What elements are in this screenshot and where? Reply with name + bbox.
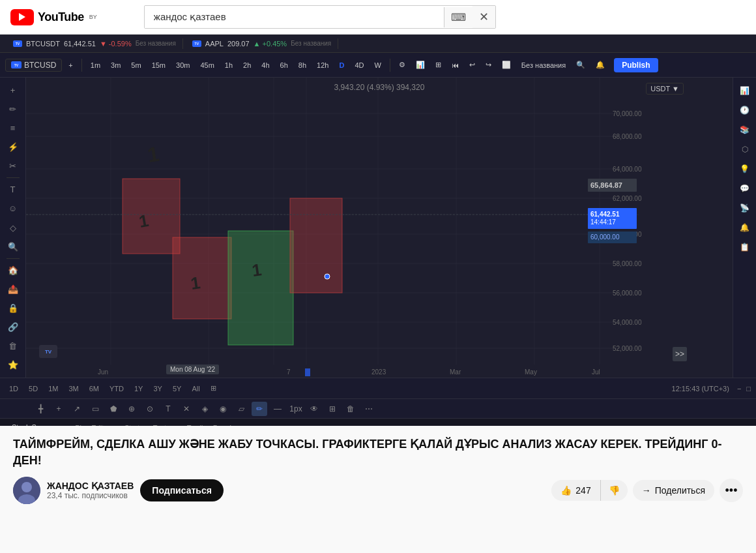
keyboard-button[interactable]: ⌨: [444, 7, 472, 27]
subscribe-button[interactable]: Подписаться: [140, 479, 224, 501]
draw-wave2[interactable]: ◉: [215, 402, 231, 416]
tf-5Y[interactable]: 5Y: [169, 383, 185, 394]
chart-type-button[interactable]: 📊: [736, 83, 754, 98]
draw-parallel[interactable]: ▱: [233, 402, 249, 416]
tf-3M[interactable]: 3M: [65, 383, 82, 394]
tf-3m[interactable]: 3m: [107, 59, 124, 71]
tv-tab-aapl[interactable]: AAPL 209.07 ▲ +0.45% Без названия: [186, 38, 338, 49]
trash-button[interactable]: 🗑: [4, 338, 22, 353]
draw-more[interactable]: ⋯: [361, 402, 377, 416]
draw-text[interactable]: T: [160, 402, 176, 416]
draw-fib[interactable]: ✕: [179, 402, 194, 416]
dislike-button[interactable]: 👎: [601, 480, 628, 501]
tf-All[interactable]: All: [188, 383, 203, 394]
layers-button[interactable]: 📚: [736, 122, 754, 138]
draw-px[interactable]: 1px: [288, 402, 304, 416]
draw-lock[interactable]: ⊞: [325, 402, 340, 416]
signal-button[interactable]: 📡: [736, 200, 754, 216]
channel-avatar[interactable]: [13, 477, 40, 504]
lightbulb-button[interactable]: 💡: [736, 161, 754, 177]
tf-2h[interactable]: 2h: [239, 59, 255, 71]
alerts-button[interactable]: 🔔: [592, 59, 609, 71]
draw-pen[interactable]: ✏: [252, 402, 267, 416]
draw-eye[interactable]: 👁: [306, 402, 322, 416]
time-button[interactable]: 🕐: [736, 102, 754, 118]
crosshair-button[interactable]: +: [4, 83, 22, 98]
shape-button[interactable]: ◇: [4, 220, 22, 235]
draw-circle2[interactable]: ⊙: [142, 402, 158, 416]
more-options-button[interactable]: •••: [720, 479, 743, 502]
draw-delete[interactable]: 🗑: [343, 402, 358, 416]
hexagon-button[interactable]: ⬡: [736, 142, 754, 157]
tf-1D[interactable]: 1D: [5, 383, 22, 394]
tf-D[interactable]: D: [335, 59, 348, 71]
like-button[interactable]: 👍 247: [551, 480, 600, 501]
tf-12h[interactable]: 12h: [313, 59, 332, 71]
calendar-button[interactable]: 📋: [736, 239, 754, 255]
settings-button[interactable]: ⚙: [395, 59, 409, 71]
chart-name-button[interactable]: Без названия: [517, 59, 570, 71]
indicators-button[interactable]: 📊: [412, 59, 429, 71]
lock-button[interactable]: 🔒: [4, 301, 22, 316]
tf-1Y[interactable]: 1Y: [130, 383, 147, 394]
drawing-mode-button[interactable]: ⊞: [207, 383, 220, 394]
draw-rect[interactable]: ▭: [87, 402, 103, 416]
symbol-badge[interactable]: TV BTCUSD: [5, 59, 62, 72]
share-button[interactable]: → Поделиться: [633, 480, 714, 501]
pencil-button[interactable]: ✏: [4, 102, 22, 117]
expand-button[interactable]: >>: [673, 347, 687, 361]
search-close-button[interactable]: ✕: [472, 6, 495, 28]
tab-stock-screener[interactable]: Stock Screener: [5, 421, 67, 426]
tab-strategy-tester[interactable]: Strategy Tester: [118, 421, 179, 426]
tf-5m[interactable]: 5m: [127, 59, 145, 71]
tf-1m[interactable]: 1m: [87, 59, 104, 71]
tf-6M[interactable]: 6M: [85, 383, 103, 394]
search-input[interactable]: [145, 7, 444, 28]
replay-button[interactable]: ⏮: [448, 59, 463, 71]
tf-3Y[interactable]: 3Y: [149, 383, 166, 394]
tf-4D[interactable]: 4D: [351, 59, 368, 71]
lines-button[interactable]: ≡: [4, 121, 22, 136]
scissors-button[interactable]: ✂: [4, 158, 22, 173]
link-button[interactable]: 🔗: [4, 320, 22, 335]
zoom-button[interactable]: 🔍: [572, 59, 589, 71]
tf-1M[interactable]: 1M: [44, 383, 62, 394]
undo-button[interactable]: ↩: [465, 59, 479, 71]
home-button[interactable]: 🏠: [4, 263, 22, 278]
emoji-button[interactable]: ☺: [4, 201, 22, 216]
channel-name[interactable]: ЖАНДОС ҚАЗТАЕВ: [47, 481, 134, 491]
draw-circle1[interactable]: ⊕: [124, 402, 139, 416]
draw-cursor[interactable]: +: [51, 402, 66, 416]
tf-30m[interactable]: 30m: [172, 59, 194, 71]
tf-YTD[interactable]: YTD: [106, 383, 128, 394]
draw-wave[interactable]: ◈: [197, 402, 212, 416]
publish-button[interactable]: Publish: [614, 58, 658, 72]
draw-diamond[interactable]: ⬟: [106, 402, 121, 416]
redo-button[interactable]: ↪: [482, 59, 495, 71]
tf-4h[interactable]: 4h: [257, 59, 273, 71]
lightning-button[interactable]: ⚡: [4, 140, 22, 155]
tab-pine-editor[interactable]: Pine Editor: [68, 421, 117, 426]
draw-cross[interactable]: ╋: [33, 402, 48, 416]
tf-8h[interactable]: 8h: [295, 59, 310, 71]
tf-W[interactable]: W: [370, 59, 385, 71]
fullscreen-button[interactable]: ⬜: [498, 59, 515, 71]
tf-5D[interactable]: 5D: [25, 383, 42, 394]
templates-button[interactable]: ⊞: [431, 59, 445, 71]
chat-button[interactable]: 💬: [736, 181, 754, 196]
upload-button[interactable]: 📤: [4, 282, 22, 297]
measure-button[interactable]: 🔍: [4, 239, 22, 254]
tf-1h[interactable]: 1h: [221, 59, 237, 71]
minus-button[interactable]: −: [737, 385, 741, 393]
tf-15m[interactable]: 15m: [148, 59, 169, 71]
chart-canvas[interactable]: 3,943.20 (4.93%) 394,320 USDT ▼: [26, 78, 733, 378]
tv-tab-btcusdt[interactable]: BTCUSDT 61,442.51 ▼ -0.59% Без названия: [7, 38, 183, 49]
add-symbol-button[interactable]: +: [65, 59, 76, 71]
tf-6h[interactable]: 6h: [276, 59, 292, 71]
tf-45m[interactable]: 45m: [196, 59, 218, 71]
draw-arrow[interactable]: ↗: [69, 402, 85, 416]
window-button[interactable]: □: [746, 385, 751, 393]
tab-trading-panel[interactable]: Trading Panel: [181, 421, 238, 426]
favorites-button[interactable]: ⭐: [4, 357, 22, 372]
bell-button[interactable]: 🔔: [736, 220, 754, 235]
